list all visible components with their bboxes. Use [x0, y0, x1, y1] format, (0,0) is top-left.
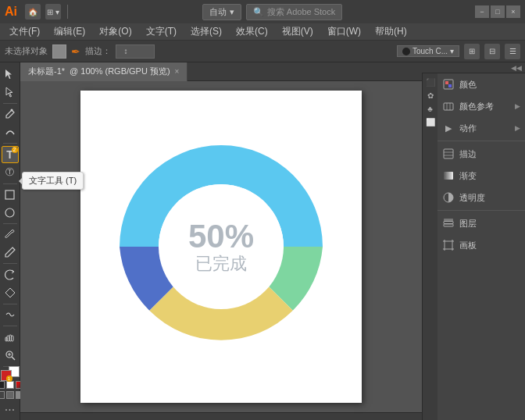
stroke-panel-label: 描边 — [459, 148, 477, 160]
search-placeholder: 搜索 Adobe Stock — [267, 6, 335, 18]
panel-icon-4[interactable]: ⬜ — [426, 118, 435, 126]
white-swatch[interactable] — [6, 381, 14, 389]
selection-tool-button[interactable] — [2, 66, 19, 83]
donut-label: 已完成 — [188, 252, 254, 276]
app-logo: Ai — [5, 5, 17, 19]
touch-icon — [402, 48, 410, 55]
touch-arrow: ▾ — [450, 47, 454, 55]
menu-type[interactable]: 文字(T) — [140, 23, 183, 40]
panel-stroke[interactable]: 描边 — [438, 143, 525, 165]
panel-color[interactable]: 颜色 — [438, 73, 525, 95]
menu-effect[interactable]: 效果(C) — [230, 23, 274, 40]
scale-button[interactable] — [2, 284, 19, 301]
align-icon[interactable]: ⊟ — [484, 44, 500, 59]
panel-icon-2[interactable]: ✿ — [427, 91, 434, 100]
menu-window[interactable]: 窗口(W) — [321, 23, 367, 40]
more-tools-button[interactable]: ··· — [5, 403, 15, 417]
restore-button[interactable]: □ — [491, 5, 505, 18]
panel-artboard[interactable]: 画板 — [438, 234, 525, 256]
panel-icon-3[interactable]: ♣ — [427, 105, 433, 113]
tab-close-button[interactable]: × — [175, 67, 180, 76]
panel-color-guide[interactable]: 颜色参考 ▶ — [438, 95, 525, 117]
svg-rect-20 — [444, 172, 453, 180]
artboard-icon — [442, 239, 455, 251]
options-bar: 未选择对象 ✒ 描边： Touch C... ▾ ⊞ ⊟ ☰ — [0, 41, 525, 62]
ellipse-tool-button[interactable] — [2, 204, 19, 221]
auto-arrow: ▾ — [230, 7, 234, 17]
svg-rect-1 — [5, 190, 14, 199]
menu-view[interactable]: 视图(V) — [276, 23, 320, 40]
svg-line-8 — [12, 357, 15, 360]
menu-icon[interactable]: ☰ — [505, 44, 520, 59]
mode-stroke[interactable] — [6, 391, 14, 399]
close-button[interactable]: × — [506, 5, 520, 18]
color-guide-label: 颜色参考 — [459, 101, 494, 112]
touch-label: Touch C... — [412, 47, 448, 55]
gradient-icon — [442, 169, 455, 182]
panel-side-icons: ⬛ ✿ ♣ ⬜ — [422, 73, 438, 420]
svg-rect-12 — [445, 81, 448, 84]
zoom-button[interactable] — [2, 347, 19, 364]
stroke-panel-icon — [442, 148, 455, 160]
none-swatch[interactable] — [0, 381, 5, 389]
home-icon[interactable]: 🏠 — [25, 4, 41, 20]
svg-rect-24 — [444, 219, 453, 221]
direct-select-button[interactable] — [2, 84, 19, 101]
collapse-icon[interactable]: ◀◀ — [511, 64, 522, 72]
paintbrush-button[interactable] — [2, 226, 19, 243]
minimize-button[interactable]: − — [475, 5, 489, 18]
document-tab[interactable]: 未标题-1* @ 100% (RGB/GPU 预览) × — [20, 62, 188, 81]
panel-transparency[interactable]: 透明度 — [438, 187, 525, 208]
pencil-button[interactable] — [2, 244, 19, 261]
type-tool-button[interactable]: T 2 — [2, 146, 19, 163]
menu-file[interactable]: 文件(F) — [3, 23, 46, 40]
touch-type-button[interactable]: Ⓣ — [2, 164, 19, 181]
menu-help[interactable]: 帮助(H) — [369, 23, 413, 40]
svg-rect-25 — [445, 241, 452, 249]
auto-dropdown[interactable]: 自动 ▾ — [202, 4, 241, 20]
stock-search[interactable]: 🔍 搜索 Adobe Stock — [246, 4, 342, 20]
color-guide-icon — [442, 100, 455, 112]
panel-layers[interactable]: 图层 — [438, 212, 525, 234]
color-panel-icon — [442, 78, 455, 91]
mode-fill[interactable] — [0, 391, 5, 399]
canvas-viewport[interactable]: 50% 已完成 — [20, 81, 422, 412]
rotate-button[interactable] — [2, 266, 19, 283]
menu-object[interactable]: 对象(O) — [93, 23, 138, 40]
menu-select[interactable]: 选择(S) — [184, 23, 228, 40]
touch-dropdown[interactable]: Touch C... ▾ — [397, 45, 459, 57]
transparency-label: 透明度 — [459, 192, 485, 204]
svg-rect-17 — [444, 149, 453, 158]
tab-bar: 未标题-1* @ 100% (RGB/GPU 预览) × — [20, 62, 422, 81]
foreground-color-swatch[interactable]: 1 — [1, 370, 12, 381]
hand-button[interactable] — [2, 329, 19, 346]
stroke-input[interactable] — [116, 44, 155, 59]
stroke-icon: ✒ — [71, 45, 80, 58]
panel-separator-2 — [438, 210, 525, 211]
color-swatches[interactable]: 1 — [1, 370, 20, 377]
toolbar: T 2 Ⓣ — [0, 62, 20, 420]
horizontal-scrollbar[interactable] — [20, 412, 422, 420]
warp-button[interactable] — [2, 306, 19, 323]
panel-actions[interactable]: ▶ 动作 ▶ — [438, 117, 525, 139]
menu-edit[interactable]: 编辑(E) — [48, 23, 91, 40]
rectangle-tool-button[interactable] — [2, 186, 19, 203]
document-canvas: 50% 已完成 — [80, 91, 362, 403]
svg-rect-6 — [5, 337, 7, 341]
layers-icon — [442, 217, 455, 230]
pen-tool-button[interactable] — [2, 105, 19, 123]
arrange-icon[interactable]: ⊞ — [464, 44, 480, 59]
svg-rect-5 — [11, 336, 13, 341]
tab-title: 未标题-1* — [28, 66, 65, 77]
right-panel-container: ◀◀ ⬛ ✿ ♣ ⬜ 颜色 颜色参考 — [422, 62, 525, 420]
panel-icon-1[interactable]: ⬛ — [426, 78, 435, 87]
fill-swatch[interactable] — [52, 44, 66, 59]
search-icon: 🔍 — [253, 7, 264, 17]
curvature-tool-button[interactable] — [2, 123, 19, 141]
workspace-switcher[interactable]: ⊞ ▾ — [45, 4, 61, 20]
panel-gradient[interactable]: 渐变 — [438, 165, 525, 187]
donut-chart: 50% 已完成 — [112, 137, 330, 356]
svg-point-2 — [5, 208, 14, 217]
panel-separator-1 — [438, 141, 525, 141]
type-tool-tooltip: 文字工具 (T) — [22, 172, 84, 190]
